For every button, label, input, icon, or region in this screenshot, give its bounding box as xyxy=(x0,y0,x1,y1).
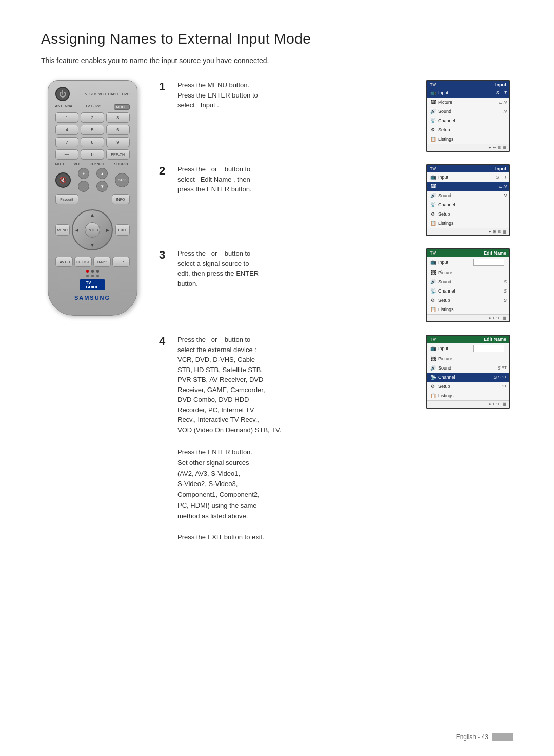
navigation-pad[interactable]: ▲ ▼ ◄ ► ENTER xyxy=(72,209,113,250)
btn-9[interactable]: 9 xyxy=(106,137,130,147)
footer-bar xyxy=(492,733,513,741)
power-button[interactable] xyxy=(55,87,70,101)
btn-prech[interactable]: PRE-CH xyxy=(106,149,130,160)
menu-button[interactable]: MENU xyxy=(55,224,70,236)
info-button[interactable]: INFO xyxy=(112,194,130,204)
dnet-button[interactable]: D-Net xyxy=(93,257,111,267)
btn-5[interactable]: 5 xyxy=(81,125,104,135)
btn-6[interactable]: 6 xyxy=(106,125,130,135)
favourite-button[interactable]: Favourit xyxy=(55,194,78,204)
step-3: 3 Press the or button toselect a signal … xyxy=(159,248,513,322)
footer-text: English - 43 xyxy=(456,733,488,741)
ch-down[interactable]: ▼ xyxy=(96,181,108,192)
chlist-button[interactable]: CH LIST xyxy=(74,257,92,267)
vol-up[interactable]: + xyxy=(78,168,89,179)
step-1-text: Press the MENU button.Press the ENTER bu… xyxy=(177,80,418,110)
remote-control-image: TV STB VCR CABLE DVD ANTENNA TV Guide MO… xyxy=(41,80,144,316)
tv-screen-2: TV Input 📺 Input S T 🖼 E N xyxy=(426,164,510,236)
pip-button[interactable]: PIP xyxy=(112,257,130,267)
step-number-4: 4 xyxy=(159,336,169,347)
step-number-3: 3 xyxy=(159,249,169,261)
page-title: Assigning Names to External Input Mode xyxy=(41,31,513,47)
btn-8[interactable]: 8 xyxy=(81,137,104,147)
vol-down[interactable]: - xyxy=(78,181,89,192)
step-number-2: 2 xyxy=(159,165,169,177)
tv-screen-3: TV Edit Name 📺 Input 🖼 Picture xyxy=(426,248,510,322)
step-1: 1 Press the MENU button.Press the ENTER … xyxy=(159,80,513,152)
source-button[interactable]: SRC xyxy=(115,173,129,187)
btn-0[interactable]: 0 xyxy=(81,149,104,160)
tv-screen-1: TV Input 📺 Input S T 🖼 Picture E N xyxy=(426,80,510,152)
step-4-extra-text2: Press the EXIT button to exit. xyxy=(177,532,513,543)
ch-up[interactable]: ▲ xyxy=(96,168,108,179)
page-footer: English - 43 xyxy=(456,733,513,741)
step-3-text: Press the or button toselect a signal so… xyxy=(177,248,418,288)
samsung-logo: SAMSUNG xyxy=(55,295,130,301)
btn-7[interactable]: 7 xyxy=(55,137,79,147)
tv-screen-4: TV Edit Name 📺 Input 🖼 Picture xyxy=(426,335,510,409)
step-4-extra: Press the ENTER button.Set other signal … xyxy=(177,447,513,542)
step-4: 4 Press the or button toselect the exter… xyxy=(159,335,513,435)
step-number-1: 1 xyxy=(159,81,169,92)
page-subtitle: This feature enables you to name the inp… xyxy=(41,56,513,65)
step-4-text: Press the or button toselect the externa… xyxy=(177,335,418,435)
enter-button[interactable]: ENTER xyxy=(85,222,100,238)
favch-button[interactable]: FAV.CH xyxy=(55,257,73,267)
btn-1[interactable]: 1 xyxy=(55,112,79,123)
btn-4[interactable]: 4 xyxy=(55,125,79,135)
step-2: 2 Press the or button toselect Edit Name… xyxy=(159,164,513,236)
btn-3[interactable]: 3 xyxy=(106,112,130,123)
step-4-extra-text1: Press the ENTER button.Set other signal … xyxy=(177,447,513,522)
step-2-text: Press the or button toselect Edit Name ,… xyxy=(177,164,418,195)
mute-button[interactable]: 🔇 xyxy=(55,172,71,188)
exit-button[interactable]: EXIT xyxy=(115,224,130,236)
btn-2[interactable]: 2 xyxy=(81,112,104,123)
btn-dash[interactable]: — xyxy=(55,149,79,160)
tvguide-badge: TVGUIDE xyxy=(80,279,105,290)
